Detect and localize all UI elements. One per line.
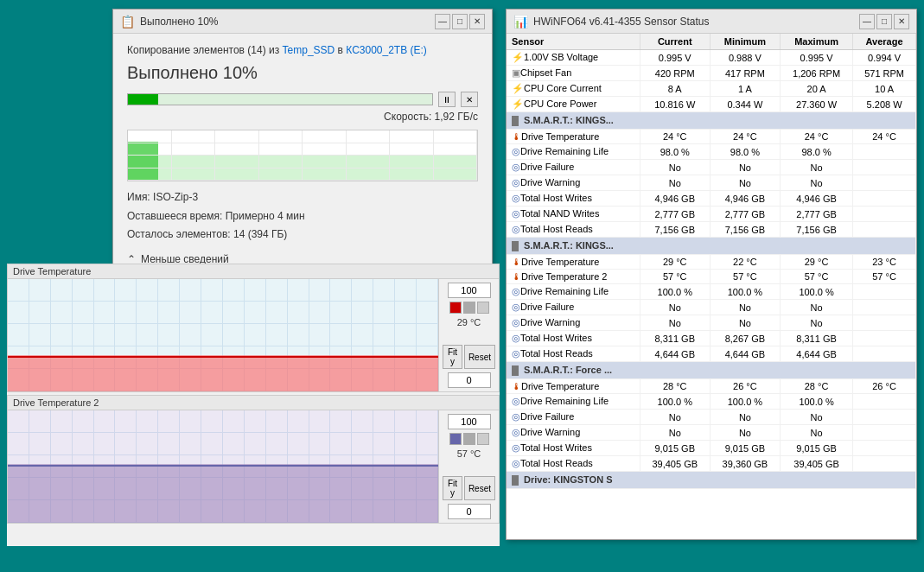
hwinfo-table-container[interactable]: Sensor Current Minimum Maximum Average ⚡…: [507, 34, 916, 539]
close-button[interactable]: ✕: [469, 14, 485, 29]
chart2-color-purple[interactable]: [449, 433, 462, 445]
drive-icon: ◎: [512, 146, 520, 156]
chart2-color-gray1[interactable]: [463, 433, 475, 445]
table-row: ⚡1.00V SB Voltage0.995 V0.988 V0.995 V0.…: [507, 50, 916, 66]
drive-small-icon: [512, 365, 519, 376]
sensor-average-cell: 57 °C: [853, 270, 916, 284]
sensor-minimum-cell: 9,015 GB: [710, 441, 780, 456]
sensor-current-cell: 28 °C: [640, 379, 710, 394]
sensor-average-cell: [853, 207, 916, 222]
col-average: Average: [853, 34, 916, 50]
drive-small-icon: [512, 116, 519, 126]
stop-button[interactable]: ✕: [461, 92, 478, 107]
sensor-name-cell: ⚡CPU Core Current: [507, 81, 640, 97]
sensor-current-cell: No: [640, 410, 710, 425]
sensor-average-cell: [853, 410, 916, 425]
col-minimum: Minimum: [710, 34, 780, 50]
sensor-average-cell: 10 A: [853, 81, 916, 97]
sensor-current-cell: No: [640, 300, 710, 315]
sensor-average-cell: [853, 175, 916, 191]
chart1-min-input[interactable]: [448, 372, 491, 388]
table-row: ◎Total Host Reads4,644 GB4,644 GB4,644 G…: [507, 346, 916, 362]
sensor-maximum-cell: 8,311 GB: [780, 331, 852, 346]
copy-titlebar-left: 📋 Выполнено 10%: [120, 15, 219, 29]
chart2-color-gray2[interactable]: [477, 433, 489, 445]
sensor-average-cell: [853, 394, 916, 410]
chart2-value: 57 °C: [457, 448, 481, 459]
drive-icon: ◎: [512, 224, 520, 234]
hwinfo-close-button[interactable]: ✕: [894, 14, 909, 29]
drive-icon: ◎: [512, 317, 520, 327]
cpu-icon: ⚡: [512, 99, 524, 109]
table-row: ◎Total Host Writes4,946 GB4,946 GB4,946 …: [507, 191, 916, 207]
drive-icon: ◎: [512, 396, 520, 406]
chart1-color-gray1[interactable]: [463, 302, 475, 314]
drive-icon: ◎: [512, 411, 520, 422]
sensor-minimum-cell: 0.344 W: [710, 97, 780, 112]
col-sensor: Sensor: [507, 34, 640, 50]
chart1-reset-button[interactable]: Reset: [464, 345, 495, 369]
maximize-button[interactable]: □: [452, 14, 468, 29]
sensor-maximum-cell: 100.0 %: [780, 394, 852, 410]
temp-icon: 🌡: [512, 131, 521, 142]
source-link[interactable]: Temp_SSD: [283, 44, 335, 56]
sensor-current-cell: 39,405 GB: [640, 456, 710, 472]
sensor-maximum-cell: 4,644 GB: [780, 346, 852, 362]
graph-grid: [128, 130, 477, 181]
sensor-name-cell: ◎Drive Remaining Life: [507, 284, 640, 300]
sensor-minimum-cell: 24 °C: [710, 130, 780, 144]
drive-icon: ◎: [512, 333, 520, 343]
sensor-current-cell: No: [640, 160, 710, 175]
time-row: Оставшееся время: Примерно 4 мин: [127, 207, 478, 226]
group-header-cell: S.M.A.R.T.: KINGS...: [507, 238, 916, 255]
sensor-maximum-cell: No: [780, 425, 852, 441]
sensor-current-cell: 10.816 W: [640, 97, 710, 112]
sensor-current-cell: 100.0 %: [640, 284, 710, 300]
drive-icon: ◎: [512, 348, 520, 359]
copy-titlebar: 📋 Выполнено 10% — □ ✕: [113, 10, 492, 34]
chart2-color-row: [449, 433, 489, 445]
sensor-name-cell: 🌡Drive Temperature: [507, 379, 640, 394]
table-row: 🌡Drive Temperature24 °C24 °C24 °C24 °C: [507, 130, 916, 144]
chart1-color-gray2[interactable]: [477, 302, 489, 314]
chart1-color-red[interactable]: [449, 302, 462, 314]
chart2-min-input[interactable]: [448, 504, 491, 519]
chart2-title: Drive Temperature 2: [8, 396, 499, 410]
sensor-minimum-cell: No: [710, 160, 780, 175]
pause-button[interactable]: ⏸: [438, 92, 456, 107]
table-row: ◎Total Host Writes9,015 GB9,015 GB9,015 …: [507, 441, 916, 456]
sensor-maximum-cell: No: [780, 410, 852, 425]
sensor-average-cell: 23 °C: [853, 255, 916, 270]
chart1-controls: 29 °C Fit y Reset: [438, 279, 499, 391]
hwinfo-maximize-button[interactable]: □: [876, 14, 892, 29]
sensor-average-cell: 26 °C: [853, 379, 916, 394]
drive-icon: ◎: [512, 427, 520, 437]
chart2-fity-button[interactable]: Fit y: [443, 476, 462, 500]
hwinfo-window-title: HWiNFO64 v6.41-4355 Sensor Status: [533, 16, 709, 28]
copy-window: 📋 Выполнено 10% — □ ✕ Копирование элемен…: [112, 9, 493, 276]
copy-details: Имя: ISO-Zip-3 Оставшееся время: Примерн…: [127, 188, 478, 245]
sensor-name-cell: 🌡Drive Temperature: [507, 130, 640, 144]
sensor-name-cell: ◎Total Host Writes: [507, 191, 640, 207]
sensor-name-cell: ◎Total Host Writes: [507, 441, 640, 456]
chart1-color-row: [449, 302, 489, 314]
sensor-average-cell: [853, 346, 916, 362]
sensor-minimum-cell: No: [710, 425, 780, 441]
chart2-reset-button[interactable]: Reset: [464, 476, 495, 500]
chart1-fity-button[interactable]: Fit y: [443, 345, 462, 369]
sensor-table: Sensor Current Minimum Maximum Average ⚡…: [507, 34, 916, 489]
sensor-name-cell: 🌡Drive Temperature: [507, 255, 640, 270]
sensor-maximum-cell: 24 °C: [780, 130, 852, 144]
chart1-btn-row: Fit y Reset: [443, 345, 495, 369]
chart2-max-input[interactable]: [448, 414, 491, 429]
chart1-max-input[interactable]: [448, 283, 491, 298]
chart2-btn-row: Fit y Reset: [443, 476, 495, 500]
table-row: ◎Drive WarningNoNoNo: [507, 175, 916, 191]
minimize-button[interactable]: —: [435, 14, 450, 29]
dest-link[interactable]: КС3000_2ТВ (E:): [346, 44, 427, 56]
drive-small-icon: [512, 241, 519, 251]
hwinfo-minimize-button[interactable]: —: [859, 14, 875, 29]
sensor-maximum-cell: 4,946 GB: [780, 191, 852, 207]
table-row: ◎Drive FailureNoNoNo: [507, 160, 916, 175]
cpu-icon: ⚡: [512, 83, 524, 93]
